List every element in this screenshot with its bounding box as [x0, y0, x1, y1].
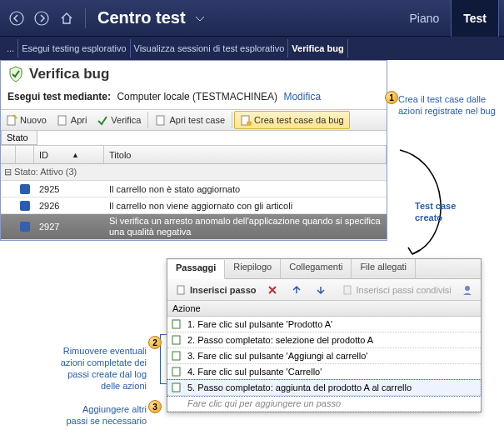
- new-icon: [6, 114, 17, 126]
- sub-nav: ... Esegui testing esplorativo Visualizz…: [0, 37, 504, 60]
- create-test-case-from-bug-button[interactable]: Crea test case da bug: [234, 111, 350, 129]
- row-id: 2927: [34, 222, 104, 232]
- svg-point-0: [10, 12, 23, 25]
- step-row[interactable]: 3. Fare clic sul pulsante 'Aggiungi al c…: [167, 348, 481, 364]
- callout-badge-3: 3: [148, 400, 162, 413]
- svg-rect-8: [344, 286, 351, 294]
- svg-rect-3: [58, 116, 66, 125]
- step-icon: [171, 366, 182, 378]
- forward-button[interactable]: [30, 7, 53, 30]
- svg-rect-11: [172, 336, 180, 344]
- group-row-attivo[interactable]: ⊟ Stato: Attivo (3): [1, 164, 387, 181]
- callout-1: Crea il test case dalle azioni registrat…: [398, 93, 498, 117]
- svg-rect-13: [172, 368, 180, 376]
- steps-col-action: Azione: [167, 301, 481, 317]
- run-label: Esegui test mediante:: [7, 91, 111, 102]
- step-row[interactable]: 1. Fare clic sul pulsante 'Prodotto A': [167, 317, 481, 332]
- open-button[interactable]: Apri: [52, 110, 92, 130]
- table-row-selected[interactable]: 2927 Si verifica un arresto anomalo dell…: [1, 214, 387, 240]
- status-square-icon: [20, 222, 30, 232]
- step-row[interactable]: 4. Fare clic sul pulsante 'Carrello': [167, 364, 481, 380]
- modify-link[interactable]: Modifica: [283, 91, 321, 102]
- step-icon: [171, 382, 182, 393]
- app-header: Centro test Piano Test: [0, 0, 504, 37]
- row-title: Si verifica un arresto anomalo dell'appl…: [104, 214, 387, 239]
- open-icon: [57, 114, 68, 126]
- svg-rect-10: [172, 320, 180, 328]
- arrow-label: Test case creato: [415, 200, 482, 223]
- row-title: Il carrello non è stato aggiornato: [104, 184, 387, 194]
- row-title: Il carrello non viene aggiornato con gli…: [104, 201, 387, 211]
- steps-toolbar: Inserisci passo Inserisci passi condivis…: [167, 279, 481, 301]
- hub-title[interactable]: Centro test: [97, 8, 186, 28]
- callout-badge-2: 2: [148, 336, 162, 349]
- move-down-button[interactable]: [310, 280, 334, 300]
- col-id[interactable]: ID▲: [34, 146, 104, 163]
- move-up-button[interactable]: [286, 280, 310, 300]
- tab-riepilogo[interactable]: Riepilogo: [225, 259, 281, 278]
- svg-point-1: [35, 12, 48, 25]
- grid-header: ID▲ Titolo: [1, 146, 387, 164]
- verify-button[interactable]: Verifica: [92, 110, 146, 130]
- subnav-item-verifica[interactable]: Verifica bug: [288, 39, 347, 58]
- open-test-case-button[interactable]: Apri test case: [150, 110, 230, 130]
- shared-step-icon: [342, 284, 354, 296]
- svg-point-9: [465, 286, 470, 291]
- table-row[interactable]: 2926 Il carrello non viene aggiornato co…: [1, 198, 387, 214]
- callout-3: Aggiungere altri passi se necessario: [60, 403, 147, 427]
- tab-allegati[interactable]: File allegati: [352, 259, 416, 278]
- delete-step-button[interactable]: [262, 280, 286, 300]
- verify-icon: [97, 114, 108, 126]
- insert-step-button[interactable]: Inserisci passo: [171, 280, 262, 300]
- shield-check-icon: [7, 66, 24, 82]
- step-row-placeholder[interactable]: Fare clic qui per aggiungere un passo: [167, 396, 481, 412]
- user-icon-button[interactable]: [457, 280, 481, 300]
- create-tc-icon: [240, 114, 252, 126]
- delete-icon: [267, 284, 278, 296]
- tab-test[interactable]: Test: [451, 0, 499, 37]
- home-button[interactable]: [55, 7, 78, 30]
- step-icon: [171, 334, 182, 346]
- stato-cell[interactable]: Stato: [1, 131, 37, 145]
- run-settings-row: Esegui test mediante: Computer locale (T…: [1, 88, 387, 109]
- steps-tabs: Passaggi Riepilogo Collegamenti File all…: [167, 259, 481, 279]
- user-icon: [462, 284, 473, 296]
- col-title[interactable]: Titolo: [104, 146, 387, 163]
- subnav-item-esplorativo[interactable]: Esegui testing esplorativo: [18, 39, 130, 58]
- new-button[interactable]: Nuovo: [1, 110, 52, 130]
- step-row[interactable]: 2. Passo completato: selezione del prodo…: [167, 332, 481, 348]
- svg-point-6: [247, 121, 252, 126]
- step-row-selected[interactable]: 5. Passo completato: aggiunta del prodot…: [167, 380, 481, 396]
- run-value: Computer locale (TESTMACHINEA): [117, 91, 277, 102]
- status-square-icon: [20, 184, 30, 194]
- row-id: 2926: [34, 201, 104, 211]
- back-button[interactable]: [5, 7, 28, 30]
- svg-rect-7: [177, 286, 184, 294]
- svg-rect-14: [172, 383, 180, 392]
- pane-title-row: Verifica bug: [1, 61, 387, 88]
- sort-asc-icon: ▲: [72, 151, 79, 159]
- stato-row: Stato: [1, 131, 387, 146]
- main-toolbar: Nuovo Apri Verifica Apri test case Crea …: [1, 109, 387, 131]
- step-icon: [171, 350, 182, 362]
- col-expand[interactable]: [1, 146, 16, 163]
- arrow-down-icon: [315, 284, 327, 296]
- callout-2: Rimuovere eventuali azioni completate de…: [48, 345, 147, 392]
- row-id: 2925: [34, 184, 104, 194]
- pane-title: Verifica bug: [29, 66, 109, 82]
- subnav-overflow[interactable]: ...: [3, 43, 17, 53]
- insert-shared-button: Inserisci passi condivisi: [337, 280, 457, 300]
- hub-dropdown-icon[interactable]: [196, 12, 204, 24]
- subnav-item-sessioni[interactable]: Visualizza sessioni di test esplorativo: [131, 39, 289, 58]
- col-status[interactable]: [16, 146, 34, 163]
- table-row[interactable]: 2925 Il carrello non è stato aggiornato: [1, 181, 387, 198]
- tab-passaggi[interactable]: Passaggi: [167, 260, 225, 279]
- test-case-steps-panel: Passaggi Riepilogo Collegamenti File all…: [167, 258, 482, 412]
- tab-collegamenti[interactable]: Collegamenti: [281, 259, 352, 278]
- testcase-icon: [155, 114, 167, 126]
- svg-rect-2: [7, 116, 15, 125]
- svg-rect-12: [172, 352, 180, 360]
- tab-piano[interactable]: Piano: [397, 0, 451, 37]
- verify-bug-pane: Verifica bug Esegui test mediante: Compu…: [0, 60, 387, 241]
- step-icon: [171, 318, 182, 330]
